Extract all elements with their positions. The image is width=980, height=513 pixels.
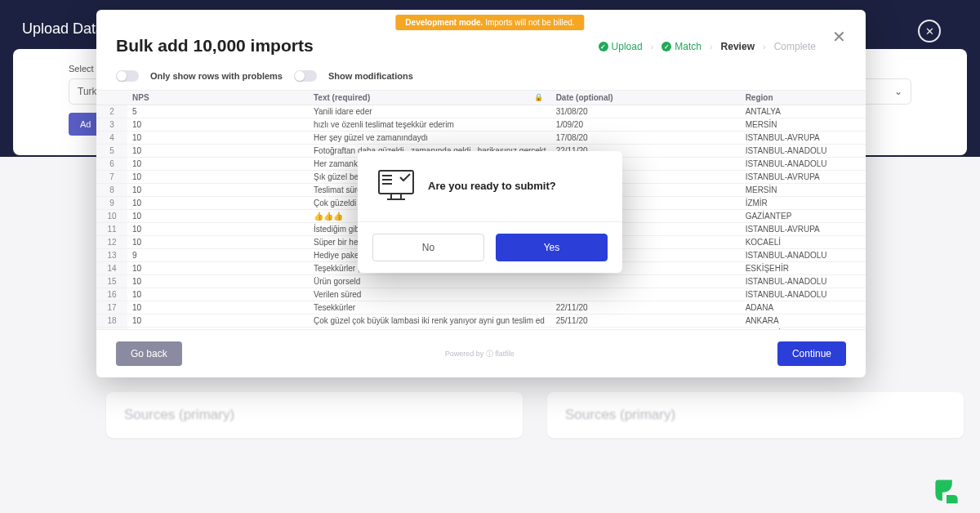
brand-logo [933, 477, 960, 508]
confirm-title: Are you ready to submit? [428, 180, 556, 192]
confirm-no-button[interactable]: No [372, 234, 484, 261]
checklist-icon [377, 169, 415, 202]
svg-rect-0 [379, 171, 413, 194]
confirm-yes-button[interactable]: Yes [496, 234, 608, 261]
confirm-dialog: Are you ready to submit? No Yes [358, 151, 622, 273]
